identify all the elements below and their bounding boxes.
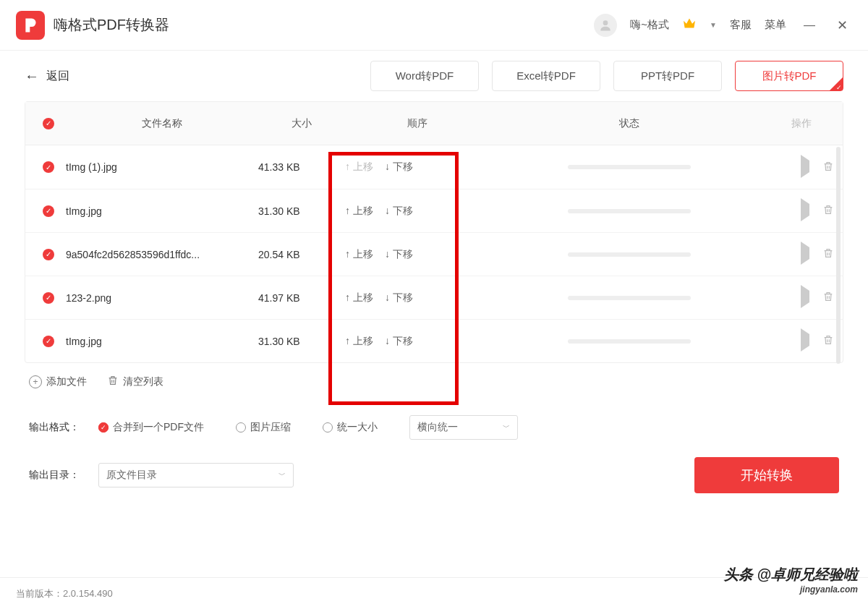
toolbar: ← 返回 Word转PDF Excel转PDF PPT转PDF 图片转PDF bbox=[0, 51, 868, 101]
move-down-button[interactable]: ↓ 下移 bbox=[385, 205, 413, 218]
move-down-button[interactable]: ↓ 下移 bbox=[385, 291, 413, 304]
orientation-dropdown[interactable]: 横向统一 ﹀ bbox=[409, 415, 518, 440]
check-all-icon[interactable]: ✓ bbox=[43, 118, 54, 129]
add-file-button[interactable]: + 添加文件 bbox=[29, 375, 87, 388]
move-up-button: ↑ 上移 bbox=[345, 161, 373, 174]
move-up-button[interactable]: ↑ 上移 bbox=[345, 335, 373, 348]
radio-dot-icon bbox=[98, 422, 109, 433]
move-down-button[interactable]: ↓ 下移 bbox=[385, 248, 413, 261]
file-size: 31.30 KB bbox=[258, 205, 345, 217]
svg-point-0 bbox=[603, 20, 608, 25]
add-file-label: 添加文件 bbox=[46, 375, 87, 388]
clear-list-label: 清空列表 bbox=[123, 375, 163, 388]
back-label: 返回 bbox=[46, 69, 69, 84]
trash-icon bbox=[107, 375, 119, 389]
clear-list-button[interactable]: 清空列表 bbox=[107, 375, 163, 389]
file-size: 20.54 KB bbox=[258, 249, 345, 260]
move-up-button[interactable]: ↑ 上移 bbox=[345, 205, 373, 218]
play-icon[interactable] bbox=[801, 247, 809, 261]
header-order: 顺序 bbox=[345, 117, 490, 130]
chevron-down-icon: ﹀ bbox=[278, 470, 286, 480]
delete-icon[interactable] bbox=[822, 247, 834, 261]
minimize-icon[interactable]: — bbox=[799, 16, 820, 35]
help-link[interactable]: 客服 bbox=[730, 18, 752, 32]
file-table: ✓ 文件名称 大小 顺序 状态 操作 ✓tImg (1).jpg41.33 KB… bbox=[25, 101, 843, 363]
move-up-button[interactable]: ↑ 上移 bbox=[345, 248, 373, 261]
check-icon[interactable]: ✓ bbox=[43, 292, 54, 304]
file-name: 9a504fc2d562853596d1ffdc... bbox=[63, 249, 258, 260]
chevron-down-icon[interactable]: ▼ bbox=[710, 21, 717, 29]
tab-excel-pdf[interactable]: Excel转PDF bbox=[492, 61, 600, 91]
delete-icon[interactable] bbox=[822, 204, 834, 218]
output-dir-label: 输出目录： bbox=[29, 469, 80, 482]
play-icon[interactable] bbox=[801, 334, 809, 348]
delete-icon[interactable] bbox=[822, 334, 834, 348]
header-ops: 操作 bbox=[769, 117, 834, 130]
watermark-line1: 头条 @卓师兄经验啦 bbox=[724, 565, 858, 584]
app-logo-icon bbox=[16, 11, 45, 40]
move-down-button[interactable]: ↓ 下移 bbox=[385, 161, 413, 174]
plus-circle-icon: + bbox=[29, 375, 42, 388]
progress-bar bbox=[568, 339, 691, 344]
radio-unify-size[interactable]: 统一大小 bbox=[323, 421, 378, 434]
output-dir-value: 原文件目录 bbox=[106, 469, 157, 482]
radio-dot-icon bbox=[323, 422, 333, 433]
header-status: 状态 bbox=[490, 117, 769, 130]
play-icon[interactable] bbox=[801, 204, 809, 218]
header-size: 大小 bbox=[258, 117, 345, 130]
output-format-label: 输出格式： bbox=[29, 421, 80, 434]
watermark-line2: jingyanla.com bbox=[724, 584, 858, 595]
progress-bar bbox=[568, 296, 691, 300]
tab-ppt-pdf[interactable]: PPT转PDF bbox=[613, 61, 722, 91]
version-value: 2.0.154.490 bbox=[63, 588, 113, 599]
chevron-down-icon: ﹀ bbox=[503, 422, 510, 433]
progress-bar bbox=[568, 209, 691, 213]
file-size: 31.30 KB bbox=[258, 336, 345, 347]
avatar-icon[interactable] bbox=[594, 14, 617, 37]
menu-link[interactable]: 菜单 bbox=[765, 18, 786, 32]
table-row: ✓9a504fc2d562853596d1ffdc...20.54 KB↑ 上移… bbox=[25, 232, 843, 276]
back-button[interactable]: ← 返回 bbox=[25, 68, 69, 85]
table-row: ✓tImg (1).jpg41.33 KB↑ 上移↓ 下移 bbox=[25, 145, 843, 189]
file-name: tImg (1).jpg bbox=[63, 161, 258, 173]
move-down-button[interactable]: ↓ 下移 bbox=[385, 335, 413, 348]
tab-image-pdf[interactable]: 图片转PDF bbox=[735, 61, 843, 91]
file-name: tImg.jpg bbox=[63, 336, 258, 347]
below-actions: + 添加文件 清空列表 bbox=[29, 375, 839, 389]
radio-unify-label: 统一大小 bbox=[337, 421, 378, 434]
check-icon[interactable]: ✓ bbox=[43, 336, 54, 347]
arrow-left-icon: ← bbox=[25, 68, 39, 85]
crown-icon[interactable] bbox=[682, 17, 697, 33]
conversion-tabs: Word转PDF Excel转PDF PPT转PDF 图片转PDF bbox=[370, 61, 843, 91]
header-name: 文件名称 bbox=[63, 117, 258, 130]
output-dir-dropdown[interactable]: 原文件目录 ﹀ bbox=[98, 463, 294, 487]
file-name: tImg.jpg bbox=[63, 205, 258, 217]
watermark: 头条 @卓师兄经验啦 jingyanla.com bbox=[724, 565, 858, 595]
play-icon[interactable] bbox=[801, 161, 809, 174]
radio-merge-label: 合并到一个PDF文件 bbox=[113, 421, 204, 434]
radio-merge-one[interactable]: 合并到一个PDF文件 bbox=[98, 421, 204, 434]
check-icon[interactable]: ✓ bbox=[43, 205, 54, 217]
convert-button[interactable]: 开始转换 bbox=[694, 457, 839, 493]
delete-icon[interactable] bbox=[822, 161, 834, 174]
radio-compress[interactable]: 图片压缩 bbox=[236, 421, 291, 434]
radio-dot-icon bbox=[236, 422, 246, 433]
scrollbar[interactable] bbox=[836, 147, 841, 364]
file-size: 41.97 KB bbox=[258, 292, 345, 304]
output-format-row: 输出格式： 合并到一个PDF文件 图片压缩 统一大小 横向统一 ﹀ bbox=[29, 415, 839, 440]
table-row: ✓123-2.png41.97 KB↑ 上移↓ 下移 bbox=[25, 276, 843, 319]
table-header: ✓ 文件名称 大小 顺序 状态 操作 bbox=[25, 102, 843, 145]
user-name[interactable]: 嗨~格式 bbox=[630, 18, 669, 32]
app-title: 嗨格式PDF转换器 bbox=[54, 15, 169, 35]
orientation-value: 横向统一 bbox=[417, 421, 458, 434]
version-label: 当前版本： bbox=[16, 587, 63, 600]
check-icon[interactable]: ✓ bbox=[43, 249, 54, 260]
check-icon[interactable]: ✓ bbox=[43, 161, 54, 173]
delete-icon[interactable] bbox=[822, 291, 834, 304]
move-up-button[interactable]: ↑ 上移 bbox=[345, 291, 373, 304]
close-icon[interactable]: ✕ bbox=[833, 14, 852, 36]
play-icon[interactable] bbox=[801, 291, 809, 304]
progress-bar bbox=[568, 252, 691, 257]
table-row: ✓tImg.jpg31.30 KB↑ 上移↓ 下移 bbox=[25, 189, 843, 232]
tab-word-pdf[interactable]: Word转PDF bbox=[370, 61, 479, 91]
